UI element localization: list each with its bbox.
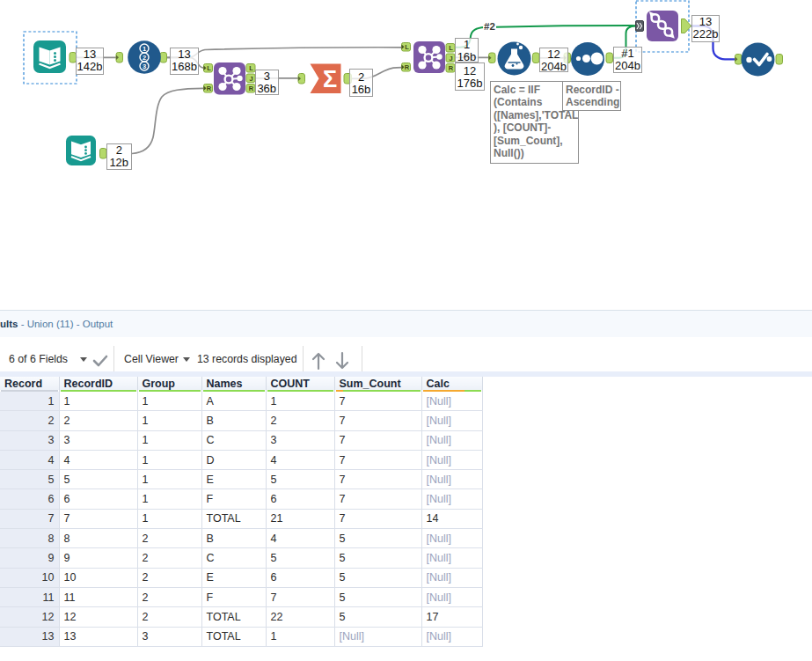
data-cell[interactable]: 13 <box>59 627 137 646</box>
anchor-out-recordid[interactable] <box>160 53 167 63</box>
wire-input2-join1R[interactable] <box>132 88 204 153</box>
data-cell[interactable]: 1 <box>59 392 137 411</box>
annotation-join2-j[interactable]: 12 176b <box>455 62 485 91</box>
anchor-out-union[interactable] <box>682 19 691 33</box>
workflow-canvas[interactable]: L R L J R L R L J R <box>0 0 812 310</box>
tool-summarize[interactable]: Σ <box>311 64 341 94</box>
data-cell[interactable]: 7 <box>334 489 421 509</box>
data-cell[interactable]: 2 <box>137 548 201 568</box>
data-cell[interactable]: [Null] <box>334 627 421 646</box>
data-cell[interactable]: 6 <box>266 489 334 509</box>
data-cell[interactable]: 5 <box>59 470 137 489</box>
column-header-sum_count[interactable]: Sum_Count <box>334 377 421 390</box>
data-cell[interactable]: 22 <box>266 607 334 627</box>
data-cell[interactable]: 5 <box>334 607 421 627</box>
data-cell[interactable]: TOTAL <box>201 627 266 646</box>
cell-viewer-caret-icon[interactable] <box>183 357 190 362</box>
cell-viewer-dropdown[interactable]: Cell Viewer <box>124 352 179 366</box>
data-cell[interactable]: [Null] <box>421 430 482 450</box>
data-cell[interactable]: [Null] <box>421 568 482 587</box>
data-cell[interactable]: 5 <box>266 548 334 568</box>
data-cell[interactable]: 12 <box>59 607 137 627</box>
data-cell[interactable]: A <box>201 392 266 411</box>
results-grid[interactable]: RecordRecordIDGroupNamesCOUNTSum_CountCa… <box>0 377 483 647</box>
annotation-formula[interactable]: 12 204b <box>539 48 568 72</box>
data-cell[interactable]: 5 <box>334 529 421 548</box>
data-cell[interactable]: 5 <box>266 470 334 489</box>
data-cell[interactable]: 2 <box>266 411 334 430</box>
data-cell[interactable]: B <box>201 529 266 548</box>
data-cell[interactable]: 5 <box>334 587 421 606</box>
tool-sort[interactable] <box>571 42 604 76</box>
apply-check-icon[interactable] <box>92 355 108 367</box>
data-cell[interactable]: E <box>201 470 266 489</box>
data-cell[interactable]: [Null] <box>421 587 482 606</box>
wire-join2L-union[interactable] <box>455 26 636 48</box>
table-row[interactable]: 10102E65[Null] <box>0 568 482 587</box>
data-cell[interactable]: C <box>201 548 266 568</box>
column-header-count[interactable]: COUNT <box>266 377 334 390</box>
data-cell[interactable]: 9 <box>59 548 137 568</box>
data-cell[interactable]: 7 <box>334 411 421 430</box>
anchor-out-select[interactable] <box>776 55 783 65</box>
table-row[interactable]: 331C37[Null] <box>0 430 482 450</box>
data-cell[interactable]: 1 <box>137 509 201 528</box>
scroll-down-icon[interactable] <box>334 351 350 371</box>
table-row[interactable]: 771TOTAL21714 <box>0 509 482 528</box>
data-cell[interactable]: F <box>201 587 266 606</box>
data-cell[interactable]: 10 <box>59 568 137 587</box>
tool-record-id[interactable]: 1 2 3 <box>128 40 161 74</box>
data-cell[interactable]: 1 <box>137 430 201 450</box>
table-row[interactable]: 11112F75[Null] <box>0 587 482 606</box>
data-cell[interactable]: F <box>201 489 266 509</box>
annotation-recordid[interactable]: 13 168b <box>170 48 199 75</box>
data-cell[interactable]: [Null] <box>421 411 482 430</box>
data-cell[interactable]: 5 <box>334 548 421 568</box>
data-cell[interactable]: 6 <box>266 568 334 587</box>
data-cell[interactable]: 2 <box>137 568 201 587</box>
table-row[interactable]: 661F67[Null] <box>0 489 482 509</box>
scroll-up-icon[interactable] <box>311 351 326 371</box>
data-cell[interactable]: [Null] <box>421 548 482 568</box>
table-row[interactable]: 221B27[Null] <box>0 411 482 430</box>
data-cell[interactable]: 2 <box>137 587 201 606</box>
data-cell[interactable]: 4 <box>59 450 137 469</box>
annotation-input1[interactable]: 13 142b <box>76 48 104 75</box>
record-number-cell[interactable]: 1 <box>0 392 59 411</box>
data-cell[interactable]: 1 <box>266 627 334 646</box>
record-number-cell[interactable]: 10 <box>0 568 59 587</box>
record-number-cell[interactable]: 11 <box>0 587 59 606</box>
record-number-cell[interactable]: 4 <box>0 450 59 469</box>
data-cell[interactable]: B <box>201 411 266 430</box>
data-cell[interactable]: [Null] <box>421 470 482 489</box>
data-cell[interactable]: TOTAL <box>201 509 266 528</box>
tool-join-2[interactable] <box>413 41 445 73</box>
annotation-sort[interactable]: #1 204b <box>613 47 642 73</box>
data-cell[interactable]: 1 <box>137 392 201 411</box>
data-cell[interactable]: 3 <box>137 627 201 646</box>
anchor-out-formula[interactable] <box>533 53 540 63</box>
record-number-cell[interactable]: 6 <box>0 489 59 509</box>
data-cell[interactable]: 6 <box>59 489 137 509</box>
tool-select[interactable] <box>742 43 775 77</box>
comment-sort[interactable]: RecordID - Ascending <box>562 81 621 111</box>
annotation-summarize[interactable]: 2 16b <box>349 69 373 97</box>
data-cell[interactable]: [Null] <box>421 450 482 469</box>
data-cell[interactable]: 7 <box>334 392 421 411</box>
data-cell[interactable]: 4 <box>266 450 334 469</box>
table-row[interactable]: 441D47[Null] <box>0 450 482 469</box>
table-row[interactable]: 12122TOTAL22517 <box>0 607 482 627</box>
data-cell[interactable]: 1 <box>137 411 201 430</box>
data-cell[interactable]: 1 <box>137 470 201 489</box>
record-number-cell[interactable]: 13 <box>0 627 59 646</box>
annotation-input2[interactable]: 2 12b <box>106 143 133 170</box>
column-header-names[interactable]: Names <box>201 377 266 390</box>
annotation-join2-l[interactable]: 1 16b <box>455 38 479 62</box>
record-number-cell[interactable]: 2 <box>0 411 59 430</box>
fields-dropdown-caret-icon[interactable] <box>80 357 87 362</box>
data-cell[interactable]: 7 <box>334 430 421 450</box>
data-cell[interactable]: 1 <box>137 450 201 469</box>
table-row[interactable]: 111A17[Null] <box>0 392 482 411</box>
anchor-out-sort[interactable] <box>606 53 613 63</box>
data-cell[interactable]: [Null] <box>421 529 482 548</box>
